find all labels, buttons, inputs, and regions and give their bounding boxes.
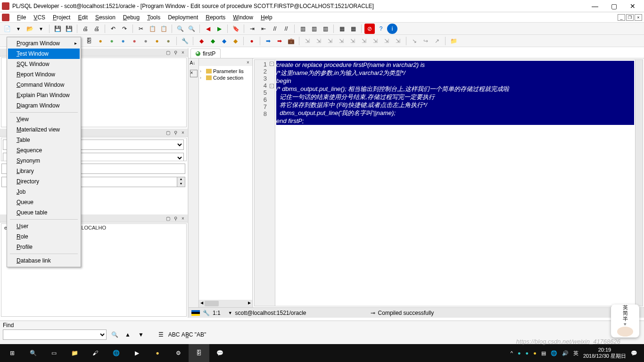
step5-button[interactable]: ⇲ (347, 36, 358, 46)
find-regex-button[interactable]: "AB" (195, 329, 206, 340)
forward-button[interactable]: ▶ (214, 24, 224, 34)
tag-green-button[interactable]: ◆ (207, 36, 218, 46)
window2-button[interactable]: ▥ (309, 24, 319, 34)
open-dropdown[interactable]: ▾ (36, 24, 46, 34)
step8-button[interactable]: ⇲ (381, 36, 392, 46)
find-button[interactable]: 🔍 (175, 24, 185, 34)
outline-close[interactable]: × (245, 59, 251, 66)
close-button[interactable]: ✕ (623, 0, 642, 12)
outline-scrollbar[interactable]: ◀ ▶ (199, 300, 252, 307)
uncomment-button[interactable]: // (281, 24, 291, 34)
outline-node-code[interactable]: › Code section (200, 74, 251, 81)
indent-button[interactable]: ⇥ (247, 24, 257, 34)
minimize-button[interactable]: — (586, 0, 604, 12)
ctx-profile[interactable]: Profile (8, 242, 80, 252)
step6-button[interactable]: ⇲ (359, 36, 369, 46)
db2-button[interactable]: ● (107, 36, 117, 46)
media-button[interactable]: ▶ (126, 344, 147, 362)
pane4-pin2[interactable]: ⚲ (172, 215, 179, 222)
db1-button[interactable]: ● (95, 36, 106, 46)
tag-blue-button[interactable]: ◆ (219, 36, 229, 46)
pane1-pin2[interactable]: ⚲ (172, 49, 179, 56)
menu-vcs[interactable]: VCS (30, 13, 49, 22)
menu-session[interactable]: Session (91, 13, 119, 22)
db-sql-button[interactable]: 🗄 (84, 36, 94, 46)
outline-node-parameter[interactable]: › Parameter lis (200, 68, 251, 74)
new-dropdown[interactable]: ▾ (13, 24, 24, 34)
taskview-button[interactable]: ▭ (43, 344, 64, 362)
fold-gutter[interactable]: − − (269, 60, 275, 306)
bookmark-button[interactable]: 🔖 (231, 24, 241, 34)
find-up-button[interactable]: ▲ (123, 329, 133, 340)
back-button[interactable]: ◀ (203, 24, 213, 34)
outdent-button[interactable]: ⇤ (258, 24, 269, 34)
notifications-button[interactable]: 💬 (631, 350, 637, 356)
find-highlight-button[interactable]: ☰ (156, 329, 166, 340)
ctx-synonym[interactable]: Synonym (8, 156, 80, 166)
ctx-view[interactable]: View (8, 114, 80, 124)
start-button[interactable]: ⊞ (2, 344, 23, 362)
help-button[interactable]: ? (376, 24, 386, 34)
ctx-user[interactable]: User (8, 221, 80, 231)
step3-button[interactable]: ⇲ (325, 36, 335, 46)
folder-run-button[interactable]: 📁 (448, 36, 459, 46)
tag-orange-button[interactable]: ◆ (230, 36, 240, 46)
pane2-pin[interactable]: ▢ (165, 129, 171, 136)
print-setup-button[interactable]: 🖨 (91, 24, 102, 34)
ctx-materialized-view[interactable]: Materialized view (8, 124, 80, 135)
step-out-button[interactable]: ↗ (432, 36, 442, 46)
db6-button[interactable]: ● (152, 36, 162, 46)
print-button[interactable]: 🖨 (80, 24, 91, 34)
window1-button[interactable]: ▥ (297, 24, 308, 34)
db5-button[interactable]: ● (140, 36, 151, 46)
vertical-scrollbar[interactable] (635, 60, 643, 306)
menu-project[interactable]: Project (49, 13, 74, 22)
explorer-button[interactable]: 📁 (64, 344, 85, 362)
briefcase-button[interactable]: 💼 (286, 36, 296, 46)
tray-volume[interactable]: 🔊 (562, 350, 569, 356)
menu-deployment[interactable]: Deployment (164, 13, 202, 22)
step4-button[interactable]: ⇲ (336, 36, 347, 46)
ctx-explain-plan-window[interactable]: Explain Plan Window (8, 90, 80, 100)
menu-tools[interactable]: Tools (143, 13, 164, 22)
tile-button[interactable]: ▦ (348, 24, 358, 34)
ctx-diagram-window[interactable]: Diagram Window (8, 100, 80, 111)
pane2-pin2[interactable]: ⚲ (172, 129, 179, 136)
ctx-test-window[interactable]: Test Window (8, 49, 80, 59)
step-over-button[interactable]: ↪ (421, 36, 431, 46)
cascade-button[interactable]: ▦ (337, 24, 347, 34)
pane2-close[interactable]: × (180, 129, 186, 136)
new-button[interactable]: 📄 (2, 24, 12, 34)
app2-button[interactable]: ⚙ (168, 344, 189, 362)
pane1-pin[interactable]: ▢ (165, 49, 171, 56)
tag-red-button[interactable]: ◆ (196, 36, 206, 46)
step-into-button[interactable]: ↘ (409, 36, 420, 46)
props-close-button[interactable]: × (190, 70, 198, 77)
wrench-button[interactable]: 🔧 (180, 36, 190, 46)
tray-ime[interactable]: 英 (573, 350, 578, 357)
ctx-program-window[interactable]: Program Window▸ (8, 38, 80, 49)
ctx-job[interactable]: Job (8, 187, 80, 197)
cut-button[interactable]: ✂ (136, 24, 146, 34)
wechat-button[interactable]: 💬 (209, 344, 230, 362)
open-button[interactable]: 📂 (25, 24, 35, 34)
ctx-directory[interactable]: Directory (8, 176, 80, 187)
ctx-command-window[interactable]: Command Window (8, 80, 80, 90)
menu-edit[interactable]: Edit (74, 13, 91, 22)
maximize-button[interactable]: ▢ (604, 0, 623, 12)
about-button[interactable]: i (387, 24, 397, 34)
stop-button[interactable]: ⊘ (364, 24, 375, 34)
copy-button[interactable]: 📋 (147, 24, 157, 34)
pane1-close[interactable]: × (180, 49, 186, 56)
tray-icon4[interactable]: ▤ (541, 350, 546, 356)
undo-button[interactable]: ↶ (108, 24, 118, 34)
save-button[interactable]: 💾 (52, 24, 63, 34)
sort-az-button[interactable]: A↓ (190, 60, 198, 68)
mdi-restore[interactable]: ❐ (626, 14, 634, 21)
menu-debug[interactable]: Debug (119, 13, 143, 22)
comment-button[interactable]: // (270, 24, 280, 34)
step1-button[interactable]: ⇲ (302, 36, 313, 46)
redo-button[interactable]: ↷ (119, 24, 130, 34)
ime-floater[interactable]: 英简半 ♥ (611, 304, 639, 337)
find-next-button[interactable]: 🔍 (109, 329, 120, 340)
